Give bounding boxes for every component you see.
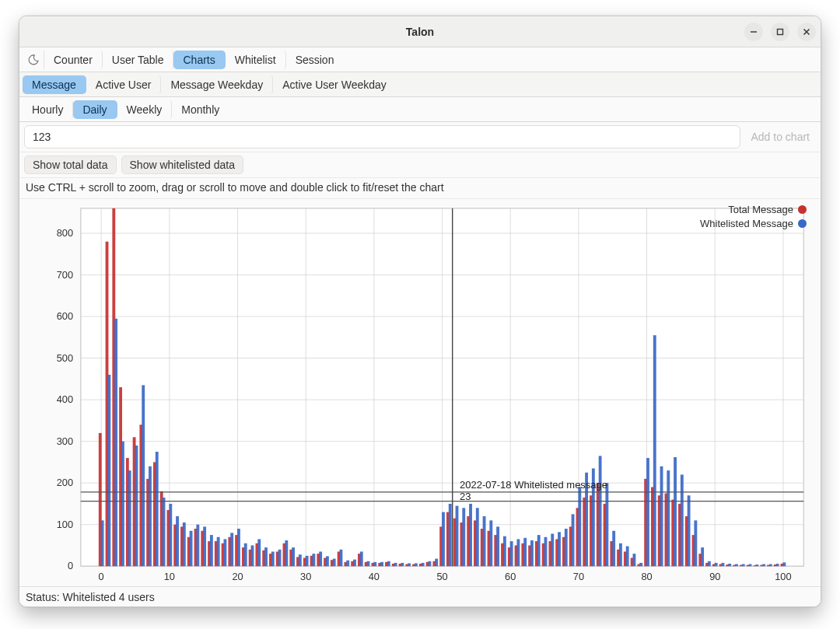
svg-rect-219 [599, 456, 602, 566]
chart-id-input[interactable] [24, 125, 740, 149]
chart-svg[interactable]: 0100200300400500600700800010203040506070… [26, 202, 814, 586]
svg-rect-237 [721, 563, 724, 566]
svg-rect-206 [510, 541, 513, 566]
tab-session[interactable]: Session [286, 51, 344, 69]
tab-monthly[interactable]: Monthly [172, 100, 229, 119]
svg-text:600: 600 [57, 310, 73, 322]
svg-rect-246 [782, 562, 786, 566]
svg-rect-238 [728, 564, 731, 566]
svg-rect-169 [257, 539, 261, 566]
legend-label: Whitelisted Message [700, 218, 793, 229]
tab-active-user-weekday[interactable]: Active User Weekday [273, 75, 396, 94]
tab-hourly[interactable]: Hourly [23, 100, 73, 119]
svg-rect-164 [223, 539, 226, 566]
svg-text:90: 90 [709, 571, 720, 582]
granularity-tabs: HourlyDailyWeeklyMonthly [19, 97, 821, 122]
svg-rect-218 [592, 468, 595, 566]
svg-rect-175 [299, 554, 302, 566]
window-controls [744, 23, 816, 41]
svg-rect-173 [285, 540, 288, 566]
svg-rect-229 [667, 470, 670, 566]
svg-rect-178 [319, 551, 322, 566]
svg-rect-236 [715, 563, 718, 566]
tab-charts[interactable]: Charts [173, 51, 225, 69]
svg-rect-182 [346, 561, 349, 566]
svg-text:50: 50 [436, 571, 447, 582]
svg-rect-152 [142, 385, 145, 566]
legend-dot-icon [798, 219, 807, 228]
svg-rect-209 [530, 540, 534, 566]
svg-rect-244 [769, 564, 772, 567]
theme-toggle[interactable] [23, 51, 44, 69]
add-to-chart-button[interactable]: Add to chart [745, 131, 817, 143]
toggle-row: Show total data Show whitelisted data [19, 152, 821, 178]
tab-whitelist[interactable]: Whitelist [226, 51, 286, 69]
chart-hint: Use CTRL + scroll to zoom, drag or scrol… [19, 178, 821, 199]
show-total-button[interactable]: Show total data [24, 156, 117, 174]
svg-rect-202 [483, 516, 486, 566]
svg-rect-198 [456, 506, 459, 567]
svg-rect-158 [183, 522, 186, 566]
svg-rect-212 [551, 533, 554, 566]
svg-rect-171 [271, 551, 275, 566]
svg-rect-215 [572, 514, 575, 566]
svg-text:0: 0 [99, 571, 104, 582]
svg-rect-174 [292, 547, 295, 566]
svg-rect-154 [156, 452, 159, 566]
svg-rect-230 [674, 457, 677, 566]
svg-rect-235 [708, 561, 711, 566]
svg-rect-170 [264, 547, 268, 566]
tab-weekly[interactable]: Weekly [117, 100, 173, 119]
svg-rect-149 [121, 442, 124, 567]
status-text: Status: Whitelisted 4 users [26, 591, 155, 603]
svg-rect-177 [312, 554, 315, 566]
show-whitelisted-button[interactable]: Show whitelisted data [121, 156, 243, 174]
svg-rect-213 [558, 532, 561, 566]
tab-message-weekday[interactable]: Message Weekday [161, 75, 273, 94]
svg-rect-185 [367, 561, 370, 566]
tab-message[interactable]: Message [23, 75, 86, 94]
svg-rect-231 [681, 474, 684, 566]
legend: Total Message Whitelisted Message [700, 202, 807, 230]
tab-counter[interactable]: Counter [44, 51, 103, 69]
minimize-button[interactable] [744, 23, 763, 41]
svg-rect-159 [190, 531, 193, 566]
svg-rect-200 [469, 504, 472, 566]
legend-item-whitelisted: Whitelisted Message [700, 216, 807, 230]
svg-rect-224 [633, 554, 636, 566]
maximize-icon [776, 28, 784, 36]
titlebar: Talon [19, 16, 821, 47]
svg-rect-183 [353, 560, 356, 567]
svg-text:100: 100 [57, 519, 73, 530]
svg-rect-162 [210, 535, 213, 566]
svg-rect-191 [408, 563, 411, 566]
svg-rect-217 [585, 473, 588, 566]
svg-rect-163 [217, 537, 220, 566]
svg-rect-151 [135, 446, 138, 566]
svg-text:400: 400 [57, 393, 73, 405]
close-button[interactable] [797, 23, 816, 41]
tab-daily[interactable]: Daily [73, 100, 117, 119]
chart-area[interactable]: Total Message Whitelisted Message 010020… [19, 199, 821, 586]
svg-rect-190 [401, 563, 404, 566]
svg-rect-160 [196, 525, 199, 567]
svg-rect-201 [476, 508, 479, 566]
tab-active-user[interactable]: Active User [86, 75, 162, 94]
tab-user-table[interactable]: User Table [103, 51, 174, 69]
svg-rect-195 [435, 559, 438, 567]
svg-rect-157 [176, 516, 179, 566]
maximize-button[interactable] [771, 23, 789, 41]
svg-rect-241 [749, 564, 752, 567]
svg-text:800: 800 [57, 227, 73, 239]
svg-rect-165 [230, 533, 233, 566]
svg-rect-220 [605, 483, 608, 566]
main-tabs: CounterUser TableChartsWhitelistSession [19, 47, 821, 72]
svg-rect-226 [646, 458, 649, 566]
svg-rect-214 [565, 529, 568, 566]
svg-rect-196 [442, 512, 445, 567]
svg-rect-156 [169, 504, 172, 566]
status-bar: Status: Whitelisted 4 users [19, 586, 821, 606]
svg-text:60: 60 [505, 571, 516, 582]
app-window: Talon CounterUser TableChartsWhiteli [19, 16, 821, 607]
svg-rect-192 [415, 563, 418, 566]
